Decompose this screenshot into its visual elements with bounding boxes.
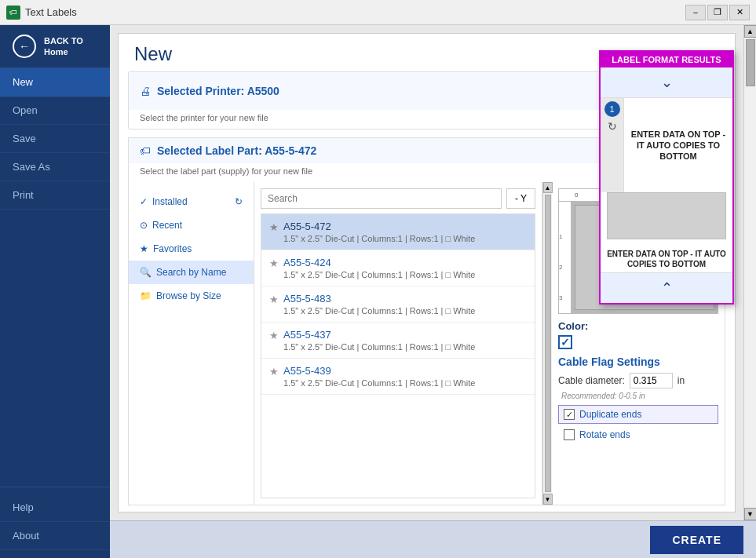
popup-number-badge: 1 bbox=[604, 101, 620, 117]
star-icon-5[interactable]: ★ bbox=[269, 366, 279, 377]
search-icon: 🔍 bbox=[140, 267, 152, 278]
app-title: Text Labels bbox=[25, 6, 77, 18]
check-mark: ✓ bbox=[561, 336, 570, 348]
filter-search-by-name[interactable]: 🔍 Search by Name bbox=[129, 261, 254, 284]
label-item-A55-5-472[interactable]: ★ A55-5-472 1.5" x 2.5" Die-Cut | Column… bbox=[261, 214, 535, 250]
filter-installed-label: Installed bbox=[152, 196, 188, 207]
filter-browse-by-size[interactable]: 📁 Browse by Size bbox=[129, 284, 254, 308]
sidebar-item-help[interactable]: Help bbox=[0, 494, 110, 522]
star-icon-2[interactable]: ★ bbox=[269, 257, 279, 269]
cable-unit: in bbox=[677, 375, 685, 386]
main-scroll-down[interactable]: ▼ bbox=[744, 508, 757, 520]
back-to-home-button[interactable]: ← BACK TO Home bbox=[0, 25, 110, 68]
minimize-button[interactable]: − bbox=[685, 5, 706, 20]
sidebar-item-new[interactable]: New bbox=[0, 68, 110, 97]
popup-text-col: ENTER DATA ON TOP - IT AUTO COPIES TO BO… bbox=[624, 98, 732, 192]
label-format-popup: LABEL FORMAT RESULTS ⌄ 1 ↻ ENTER DATA ON… bbox=[599, 50, 734, 305]
restore-button[interactable]: ❐ bbox=[707, 5, 728, 20]
sidebar-item-save-as[interactable]: Save As bbox=[0, 153, 110, 181]
main-scroll-up[interactable]: ▲ bbox=[744, 25, 757, 38]
filter-favorites-label: Favorites bbox=[153, 243, 192, 254]
label-item-A55-5-439[interactable]: ★ A55-5-439 1.5" x 2.5" Die-Cut | Column… bbox=[261, 359, 535, 395]
scroll-thumb[interactable] bbox=[545, 195, 551, 492]
cable-diameter-label: Cable diameter: bbox=[558, 375, 625, 386]
title-bar: 🏷 Text Labels − ❐ ✕ bbox=[0, 0, 756, 25]
popup-bottom-message: ENTER DATA ON TOP - IT AUTO COPIES TO BO… bbox=[601, 246, 732, 272]
refresh-icon[interactable]: ↻ bbox=[235, 196, 243, 207]
star-icon-1[interactable]: ★ bbox=[269, 221, 279, 233]
filter-recent-label: Recent bbox=[152, 220, 182, 231]
popup-header: LABEL FORMAT RESULTS bbox=[601, 52, 732, 67]
create-button[interactable]: CREATE bbox=[650, 526, 743, 554]
cable-diameter-row: Cable diameter: in bbox=[558, 373, 718, 388]
label-item-A55-5-483[interactable]: ★ A55-5-483 1.5" x 2.5" Die-Cut | Column… bbox=[261, 286, 535, 323]
cable-diameter-input[interactable] bbox=[630, 373, 673, 388]
star-icon-4[interactable]: ★ bbox=[269, 330, 279, 341]
star-icon: ★ bbox=[140, 243, 148, 254]
close-button[interactable]: ✕ bbox=[729, 5, 750, 20]
item-details-3: 1.5" x 2.5" Die-Cut | Columns:1 | Rows:1… bbox=[283, 306, 475, 315]
duplicate-ends-label: Duplicate ends bbox=[579, 409, 641, 420]
sidebar-item-save[interactable]: Save bbox=[0, 125, 110, 153]
scroll-down-btn[interactable]: ▼ bbox=[543, 494, 553, 505]
printer-icon: 🖨 bbox=[140, 85, 151, 97]
back-icon: ← bbox=[13, 35, 36, 58]
back-sub-label: Home bbox=[44, 46, 83, 57]
label-item-A55-5-437[interactable]: ★ A55-5-437 1.5" x 2.5" Die-Cut | Column… bbox=[261, 323, 535, 359]
printer-title: Selected Printer: A5500 bbox=[157, 85, 279, 97]
color-section: Color: ✓ bbox=[558, 320, 718, 349]
sidebar-item-about[interactable]: About bbox=[0, 522, 110, 550]
color-checkbox[interactable]: ✓ bbox=[558, 335, 572, 349]
main-scrollbar[interactable]: ▲ ▼ bbox=[743, 25, 756, 520]
item-details-1: 1.5" x 2.5" Die-Cut | Columns:1 | Rows:1… bbox=[283, 234, 475, 243]
cable-flag-settings: Cable Flag Settings Cable diameter: in R… bbox=[558, 356, 718, 446]
ruler-left: 1 2 3 bbox=[559, 202, 572, 313]
bottom-bar: CREATE bbox=[110, 520, 756, 558]
search-list-area: - Y ★ A55-5-472 1.5" x 2.5" Die-Cut | Co… bbox=[254, 182, 542, 505]
cable-recommended: Recommended: 0-0.5 in bbox=[558, 392, 718, 400]
popup-top-message: ENTER DATA ON TOP - IT AUTO COPIES TO BO… bbox=[630, 129, 726, 162]
rotate-ends-row[interactable]: Rotate ends bbox=[558, 425, 718, 444]
check-icon: ✓ bbox=[140, 196, 148, 207]
filter-recent[interactable]: ⊙ Recent bbox=[129, 213, 254, 237]
scroll-up-btn[interactable]: ▲ bbox=[543, 182, 553, 193]
recent-icon: ⊙ bbox=[140, 220, 148, 231]
filter-favorites[interactable]: ★ Favorites bbox=[129, 237, 254, 261]
main-scroll-thumb[interactable] bbox=[746, 39, 755, 86]
cable-settings-title: Cable Flag Settings bbox=[558, 356, 718, 368]
label-list: ★ A55-5-472 1.5" x 2.5" Die-Cut | Column… bbox=[261, 213, 535, 498]
rotate-ends-label: Rotate ends bbox=[579, 429, 630, 440]
item-details-4: 1.5" x 2.5" Die-Cut | Columns:1 | Rows:1… bbox=[283, 342, 475, 352]
rotate-ends-checkbox[interactable] bbox=[564, 429, 575, 440]
sidebar-item-print[interactable]: Print bbox=[0, 181, 110, 210]
item-name-3: A55-5-483 bbox=[283, 293, 475, 305]
search-filter-dropdown[interactable]: - Y bbox=[506, 188, 535, 209]
popup-up-button[interactable]: ⌃ bbox=[601, 272, 732, 303]
popup-number-col: 1 ↻ bbox=[601, 98, 624, 192]
search-input[interactable] bbox=[261, 188, 502, 209]
popup-down-button[interactable]: ⌄ bbox=[601, 67, 732, 98]
item-name-5: A55-5-439 bbox=[283, 365, 475, 377]
list-scrollbar[interactable]: ▲ ▼ bbox=[542, 182, 552, 505]
back-label: BACK TO bbox=[44, 35, 83, 46]
popup-refresh-icon[interactable]: ↻ bbox=[608, 120, 617, 133]
sidebar-item-open[interactable]: Open bbox=[0, 97, 110, 125]
folder-icon: 📁 bbox=[140, 290, 152, 301]
duplicate-check-mark: ✓ bbox=[566, 410, 573, 420]
duplicate-ends-row[interactable]: ✓ Duplicate ends bbox=[558, 405, 718, 424]
item-name-1: A55-5-472 bbox=[283, 221, 475, 232]
filter-installed[interactable]: ✓ Installed ↻ bbox=[129, 190, 254, 213]
label-item-A55-5-424[interactable]: ★ A55-5-424 1.5" x 2.5" Die-Cut | Column… bbox=[261, 250, 535, 286]
item-details-2: 1.5" x 2.5" Die-Cut | Columns:1 | Rows:1… bbox=[283, 270, 475, 279]
filter-search-label: Search by Name bbox=[156, 267, 226, 278]
item-name-2: A55-5-424 bbox=[283, 257, 475, 268]
search-row: - Y bbox=[261, 188, 535, 209]
label-part-icon: 🏷 bbox=[140, 144, 151, 157]
sidebar-divider bbox=[0, 487, 110, 487]
item-name-4: A55-5-437 bbox=[283, 329, 475, 341]
filter-panel: ✓ Installed ↻ ⊙ Recent ★ Favorites bbox=[129, 182, 254, 505]
app-icon: 🏷 bbox=[6, 5, 20, 20]
duplicate-ends-checkbox[interactable]: ✓ bbox=[564, 409, 575, 420]
color-label: Color: bbox=[558, 320, 718, 332]
star-icon-3[interactable]: ★ bbox=[269, 294, 279, 305]
